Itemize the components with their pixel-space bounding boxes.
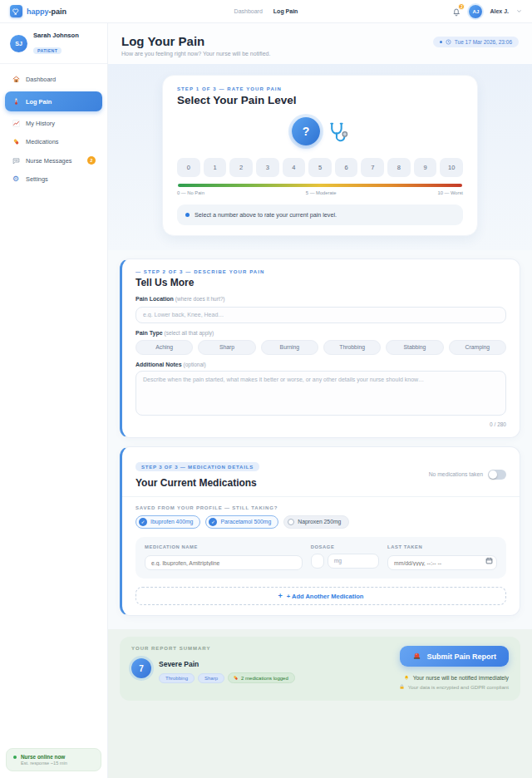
sidebar-item-medications[interactable]: Medications (5, 134, 102, 150)
plus-icon: + (278, 593, 283, 600)
step1-section: STEP 1 OF 3 — RATE YOUR PAIN Select Your… (108, 64, 532, 250)
step1-card: STEP 1 OF 3 — RATE YOUR PAIN Select Your… (162, 75, 478, 236)
notes-label: Additional Notes (optional) (135, 362, 506, 367)
pain-type-burning[interactable]: Burning (261, 340, 318, 355)
pain-type-label: Pain Type (select all that apply) (135, 330, 506, 336)
pain-face-placeholder[interactable]: ? (292, 117, 320, 145)
add-medication-label: + Add Another Medication (287, 593, 364, 600)
pain-level-5[interactable]: 5 (308, 158, 332, 177)
dosage-amount-input[interactable] (311, 554, 324, 569)
patient-role-badge: PATIENT (33, 47, 62, 54)
summary-eyebrow: YOUR REPORT SUMMARY (131, 646, 295, 651)
step1-eyebrow: STEP 1 OF 3 — RATE YOUR PAIN (177, 86, 463, 91)
siren-icon (412, 652, 421, 661)
add-medication-button[interactable]: + + Add Another Medication (135, 587, 506, 605)
pain-type-aching[interactable]: Aching (135, 340, 193, 355)
pain-type-cramping[interactable]: Cramping (449, 340, 506, 355)
timestamp-badge: Tue 17 Mar 2026, 23:06 (433, 37, 519, 47)
user-name[interactable]: Alex J. (490, 8, 509, 14)
speech-bubble-icon (12, 157, 20, 165)
topnav-dashboard[interactable]: Dashboard (234, 8, 263, 14)
pain-level-selector: 0 1 2 3 4 5 6 7 8 9 10 (177, 158, 463, 177)
pain-type-throbbing[interactable]: Throbbing (323, 340, 381, 355)
sidebar-item-label: Log Pain (26, 98, 52, 106)
summary-chips: Throbbing Sharp 2 medications logged (159, 672, 295, 683)
chevron-down-icon[interactable] (516, 8, 522, 14)
no-meds-toggle-row: No medications taken (429, 470, 506, 480)
medication-form: MEDICATION NAME DOSAGE mg LAST TAKEN (135, 537, 506, 579)
saved-meds-chips: ✓ Ibuprofen 400mg ✓ Paracetamol 500mg Na… (135, 515, 506, 529)
check-circle-icon: ✓ (139, 518, 147, 526)
saved-med-name: Paracetamol 500mg (220, 519, 271, 524)
sidebar-item-label: Settings (26, 175, 48, 183)
saved-med-naproxen[interactable]: Naproxen 250mg (283, 515, 349, 529)
summary-meds-tag: 2 medications logged (228, 672, 295, 683)
pain-type-sharp[interactable]: Sharp (198, 340, 255, 355)
saved-med-paracetamol[interactable]: ✓ Paracetamol 500mg (205, 515, 278, 529)
submit-label: Submit Pain Report (426, 652, 496, 661)
user-avatar[interactable]: AJ (469, 5, 482, 18)
hint-dot-icon (185, 213, 190, 217)
scale-label-max: 10 — Worst (437, 190, 463, 195)
sidebar: SJ Sarah Johnson PATIENT Dashboard (0, 23, 108, 778)
submit-pain-report-button[interactable]: Submit Pain Report (400, 646, 509, 667)
pain-location-input[interactable] (135, 307, 506, 323)
pain-level-4[interactable]: 4 (283, 158, 306, 177)
top-bar-right: 2 AJ Alex J. (451, 5, 522, 18)
char-counter: 0 / 280 (135, 421, 506, 427)
pain-level-7[interactable]: 7 (361, 158, 384, 177)
topnav-log-pain[interactable]: Log Pain (273, 8, 298, 14)
sidebar-item-label: Dashboard (26, 76, 56, 83)
pain-level-8[interactable]: 8 (387, 158, 411, 177)
top-bar: happy-pain Dashboard Log Pain 2 AJ Alex … (0, 0, 532, 23)
pill-icon (233, 675, 239, 681)
notes-textarea[interactable] (135, 371, 506, 416)
last-taken-input[interactable] (387, 555, 497, 570)
sidebar-item-dashboard[interactable]: Dashboard (5, 71, 102, 87)
stethoscope-icon (328, 121, 348, 142)
step2-title: Tell Us More (135, 277, 506, 288)
pain-type-stabbing[interactable]: Stabbing (386, 340, 443, 355)
sidebar-item-label: Nurse Messages (26, 157, 71, 165)
pain-level-6[interactable]: 6 (335, 158, 358, 177)
no-meds-label: No medications taken (429, 471, 483, 477)
sidebar-item-settings[interactable]: ⚙ Settings (5, 171, 102, 187)
pain-level-0[interactable]: 0 (177, 158, 200, 177)
sidebar-item-nurse-messages[interactable]: Nurse Messages 2 (5, 152, 102, 169)
pain-score-badge: 7 (131, 658, 151, 678)
page-header: Log Your Pain How are you feeling right … (108, 23, 532, 64)
calendar-icon[interactable] (485, 557, 493, 564)
pain-level-10[interactable]: 10 (440, 158, 463, 177)
nurse-status-subtitle: Est. response ~15 min (21, 761, 67, 766)
pain-level-1[interactable]: 1 (204, 158, 227, 177)
app-window: happy-pain Dashboard Log Pain 2 AJ Alex … (0, 0, 532, 778)
main-content: Log Your Pain How are you feeling right … (108, 23, 532, 778)
hint-text: Select a number above to rate your curre… (195, 211, 337, 219)
pain-type-hint: (select all that apply) (165, 330, 214, 336)
nurse-status-title: Nurse online now (21, 754, 67, 760)
sidebar-item-my-history[interactable]: My History (5, 116, 102, 131)
brand-logo[interactable]: happy-pain (10, 5, 66, 17)
brand-name: happy-pain (27, 7, 66, 16)
page-subtitle: How are you feeling right now? Your nurs… (121, 51, 270, 57)
pill-icon (12, 138, 20, 145)
notifications-button[interactable]: 2 (451, 6, 461, 17)
top-nav: Dashboard Log Pain (234, 8, 298, 14)
pain-level-3[interactable]: 3 (256, 158, 279, 177)
pain-level-2[interactable]: 2 (229, 158, 253, 177)
scale-label-mid: 5 — Moderate (306, 190, 337, 195)
nurse-notify-text: Your nurse will be notified immediately (413, 675, 509, 681)
selection-hint: Select a number above to rate your curre… (177, 204, 463, 225)
pain-level-9[interactable]: 9 (414, 158, 437, 177)
medication-name-input[interactable] (145, 555, 303, 570)
saved-meds-label: SAVED FROM YOUR PROFILE — STILL TAKING? (135, 505, 506, 510)
no-meds-toggle[interactable] (488, 470, 506, 480)
step2-card: — STEP 2 OF 3 — DESCRIBE YOUR PAIN Tell … (120, 259, 520, 438)
online-dot-icon (13, 756, 17, 759)
bell-icon (403, 674, 410, 681)
scale-label-min: 0 — No Pain (177, 190, 204, 195)
dosage-unit-input[interactable]: mg (328, 554, 379, 569)
sidebar-item-log-pain[interactable]: Log Pain (5, 91, 102, 111)
medication-name-label: MEDICATION NAME (145, 544, 303, 549)
saved-med-ibuprofen[interactable]: ✓ Ibuprofen 400mg (135, 515, 200, 529)
